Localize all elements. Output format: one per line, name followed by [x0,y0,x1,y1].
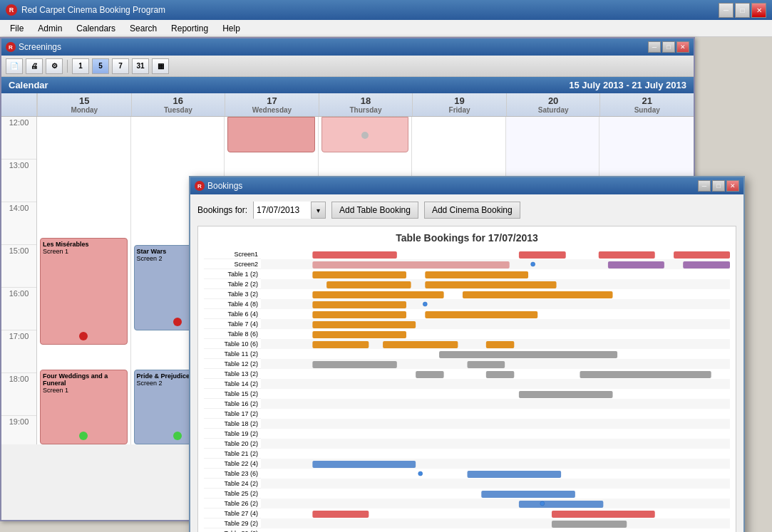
toolbar-5day[interactable]: 5 [92,58,109,74]
svg-rect-63 [312,341,369,348]
svg-rect-43 [312,251,396,259]
gantt-svg: 10121416182022 [261,249,730,532]
gantt-row-label: Table 25 (2) [204,489,261,499]
day-hdr-6: 21 Sunday [599,93,694,116]
calendar-titlebar: R Screenings ─ □ ✕ [1,38,694,56]
event-wed-top[interactable] [227,117,315,152]
svg-rect-77 [519,501,603,508]
gantt-row-label: Table 2 (2) [204,279,261,289]
gantt-labels: Screen1Screen2Table 1 (2)Table 2 (2)Tabl… [204,249,261,532]
gantt-row-label: Table 4 (8) [204,299,261,309]
svg-rect-81 [552,521,627,528]
gantt-row-label: Table 26 (2) [204,499,261,508]
dialog-close[interactable]: ✕ [726,180,739,192]
dialog-title-left: R Bookings [195,181,242,191]
dot-thu [361,132,369,139]
gantt-bars-area: 10121416182022 [261,249,730,532]
chart-title: Table Bookings for 17/07/2013 [204,232,730,244]
toolbar-month[interactable]: 31 [132,58,149,74]
day-hdr-3: 18 Thursday [319,93,413,116]
svg-rect-27 [261,389,730,399]
gantt-row-label: Table 8 (6) [204,329,261,339]
gantt-row-label: Table 22 (4) [204,459,261,469]
cal-toolbar: 📄 🖨 ⚙ 1 5 7 31 ▦ [1,56,694,77]
bookings-dialog: R Bookings ─ □ ✕ Bookings for: ▾ Add Tab… [189,176,745,532]
menu-reporting[interactable]: Reporting [164,22,215,35]
toolbar-settings[interactable]: ⚙ [46,58,63,74]
svg-rect-79 [312,511,369,518]
maximize-button[interactable]: □ [735,3,750,18]
svg-point-48 [531,262,535,266]
toolbar-grid[interactable]: ▦ [152,58,169,74]
gantt-row-label: Table 21 (2) [204,449,261,459]
cal-icon: R [6,42,16,52]
menu-bar: File Admin Calendars Search Reporting He… [0,20,772,37]
gantt-row-label: Table 3 (2) [204,289,261,299]
gantt-row-label: Table 1 (2) [204,269,261,279]
gantt-row-label: Table 13 (2) [204,369,261,379]
toolbar-print[interactable]: 🖨 [26,58,43,74]
svg-point-75 [418,471,423,476]
cal-title-left: R Screenings [6,42,61,52]
time-column: 12:00 13:00 14:00 15:00 16:00 17:00 18:0… [1,117,37,444]
toolbar-new[interactable]: 📄 [6,58,23,74]
svg-rect-54 [425,281,556,288]
add-cinema-booking-btn[interactable]: Add Cinema Booking [424,202,520,219]
svg-rect-46 [674,251,730,259]
gantt-row-label: Table 30 (2) [204,528,261,532]
svg-rect-59 [312,311,406,318]
gantt-row-label: Screen1 [204,249,261,259]
cal-header-label: Calendar [9,80,48,90]
svg-rect-62 [312,331,406,338]
menu-calendars[interactable]: Calendars [69,22,123,35]
menu-admin[interactable]: Admin [31,22,69,35]
svg-rect-52 [425,271,528,278]
main-title-bar: R Red Carpet Cinema Booking Program ─ □ … [0,0,772,20]
cal-close[interactable]: ✕ [676,41,689,53]
cal-restore[interactable]: □ [662,41,675,53]
menu-help[interactable]: Help [215,22,247,35]
cal-window-title: Screenings [19,42,61,52]
svg-rect-60 [425,311,537,318]
close-button[interactable]: ✕ [751,3,766,18]
svg-rect-50 [683,261,730,268]
main-area: R Screenings ─ □ ✕ 📄 🖨 ⚙ 1 5 7 31 ▦ Cale… [0,37,772,532]
toolbar-sep1 [67,60,68,73]
time-1600: 16:00 [1,288,36,330]
svg-rect-44 [519,251,566,259]
menu-file[interactable]: File [3,22,31,35]
cal-minimize[interactable]: ─ [648,41,661,53]
calendar-dropdown-btn[interactable]: ▾ [311,202,325,218]
svg-rect-29 [261,409,730,419]
dialog-content: Bookings for: ▾ Add Table Booking Add Ci… [190,194,743,532]
minimize-button[interactable]: ─ [719,3,734,18]
svg-rect-67 [312,361,396,368]
svg-rect-57 [312,301,406,308]
svg-rect-76 [481,491,575,498]
svg-rect-33 [261,449,730,459]
event-thu-top[interactable] [321,117,409,152]
dot-red-2 [173,318,182,326]
day-hdr-4: 19 Friday [412,93,506,116]
menu-search[interactable]: Search [123,22,164,35]
time-1300: 13:00 [1,160,36,202]
dialog-minimize[interactable]: ─ [698,180,711,192]
cal-win-btns: ─ □ ✕ [648,41,689,53]
toolbar-week[interactable]: 7 [112,58,129,74]
app-icon: R [6,4,17,16]
svg-rect-47 [312,261,509,268]
dialog-restore[interactable]: □ [712,180,725,192]
svg-rect-73 [312,461,416,468]
svg-rect-26 [261,379,730,389]
gantt-row-label: Table 10 (6) [204,339,261,349]
svg-point-58 [423,302,427,306]
date-picker[interactable]: ▾ [253,202,326,219]
add-table-booking-btn[interactable]: Add Table Booking [331,202,418,219]
time-1900: 19:00 [1,416,36,444]
dialog-win-btns: ─ □ ✕ [698,180,739,192]
date-input[interactable] [254,202,311,219]
gantt-row-label: Table 11 (2) [204,349,261,359]
main-window-controls: ─ □ ✕ [719,3,766,18]
gantt-row-label: Screen2 [204,259,261,269]
toolbar-day[interactable]: 1 [72,58,89,74]
